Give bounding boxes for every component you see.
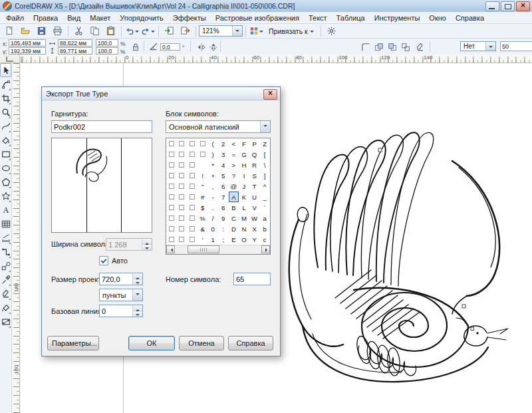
- close-icon[interactable]: [516, 1, 530, 11]
- menu-item-макет[interactable]: Макет: [85, 13, 115, 23]
- char-grid-scrollbar[interactable]: [166, 245, 270, 254]
- char-cell[interactable]: W: [249, 213, 260, 223]
- char-cell[interactable]: N: [239, 223, 249, 234]
- char-cell[interactable]: [166, 170, 177, 181]
- char-cell[interactable]: ;: [218, 234, 229, 245]
- char-cell[interactable]: [177, 181, 188, 192]
- char-cell[interactable]: 8: [218, 202, 229, 213]
- char-cell[interactable]: F: [239, 138, 249, 149]
- blend-tool[interactable]: [0, 259, 11, 273]
- to-back-button[interactable]: [386, 41, 398, 53]
- menu-item-вид[interactable]: Вид: [63, 13, 85, 23]
- char-cell[interactable]: S: [249, 170, 260, 181]
- outline-tool[interactable]: [0, 287, 11, 301]
- crop-tool[interactable]: [0, 91, 11, 105]
- paste-button[interactable]: [103, 24, 118, 38]
- baseline-spinner[interactable]: [99, 305, 143, 317]
- polygon-tool[interactable]: [0, 175, 11, 189]
- char-cell[interactable]: [166, 149, 177, 160]
- char-cell[interactable]: G: [239, 149, 249, 160]
- menu-item-файл[interactable]: Файл: [1, 13, 29, 23]
- undo-button[interactable]: [124, 24, 140, 38]
- new-document-button[interactable]: [2, 24, 17, 38]
- horizontal-ruler[interactable]: 020406080100120140: [20, 55, 532, 63]
- char-cell[interactable]: [: [259, 149, 270, 160]
- char-cell[interactable]: [166, 181, 177, 192]
- char-cell[interactable]: B: [229, 202, 239, 213]
- print-button[interactable]: [50, 24, 65, 38]
- char-cell[interactable]: C: [229, 213, 239, 223]
- char-cell[interactable]: Q: [249, 149, 260, 160]
- units-combo[interactable]: пункты: [99, 289, 143, 301]
- shape-tool[interactable]: [0, 77, 11, 91]
- char-cell[interactable]: [166, 202, 177, 213]
- char-cell[interactable]: [187, 234, 198, 245]
- options-button[interactable]: Параметры...: [47, 336, 99, 350]
- char-cell[interactable]: [187, 213, 198, 223]
- char-cell[interactable]: P: [249, 138, 260, 149]
- char-cell[interactable]: [177, 149, 188, 160]
- menu-item-упорядочить[interactable]: Упорядочить: [115, 13, 168, 23]
- char-cell[interactable]: O: [239, 234, 249, 245]
- char-cell[interactable]: [187, 149, 198, 160]
- minimize-icon[interactable]: [485, 1, 499, 11]
- x-position-field[interactable]: [9, 39, 46, 47]
- spin-down-icon[interactable]: [133, 279, 142, 285]
- outline-pen-button[interactable]: [414, 41, 426, 53]
- char-cell[interactable]: [177, 192, 188, 202]
- menu-item-окно[interactable]: Окно: [424, 13, 451, 23]
- char-cell[interactable]: [187, 181, 198, 192]
- rotation-angle-field[interactable]: [160, 43, 180, 51]
- menu-item-справка[interactable]: Справка: [451, 13, 489, 23]
- char-cell[interactable]: V: [249, 202, 260, 213]
- char-cell[interactable]: E: [229, 234, 239, 245]
- open-button[interactable]: [18, 24, 33, 38]
- node-marker[interactable]: [378, 148, 382, 152]
- char-cell[interactable]: $: [198, 202, 208, 213]
- char-cell[interactable]: X: [249, 223, 260, 234]
- cut-button[interactable]: [71, 24, 86, 38]
- char-cell[interactable]: #: [198, 192, 208, 202]
- char-cell[interactable]: (: [207, 138, 218, 149]
- char-cell[interactable]: 4: [218, 160, 229, 170]
- char-cell[interactable]: ^: [259, 181, 270, 192]
- scale-y-field[interactable]: [96, 47, 118, 55]
- symbol-block-combo[interactable]: Основной латинский: [166, 120, 271, 133]
- outline-width-combo[interactable]: Нет: [460, 41, 496, 51]
- application-launcher-button[interactable]: [249, 24, 264, 38]
- spin-down-icon[interactable]: [133, 311, 142, 317]
- scale-x-field[interactable]: [96, 39, 118, 47]
- char-cell[interactable]: >: [229, 160, 239, 170]
- snap-to-button[interactable]: Привязать к: [265, 25, 318, 38]
- char-cell[interactable]: [177, 138, 188, 149]
- chevron-down-icon[interactable]: [132, 289, 142, 301]
- options-button[interactable]: [324, 24, 339, 38]
- menu-item-инструменты[interactable]: Инструменты: [370, 13, 425, 23]
- char-cell[interactable]: \: [259, 160, 270, 170]
- char-cell[interactable]: [177, 213, 188, 223]
- char-cell[interactable]: .: [207, 202, 218, 213]
- scroll-right-icon[interactable]: [261, 245, 270, 253]
- char-cell[interactable]: 9: [218, 213, 229, 223]
- char-cell[interactable]: [166, 160, 177, 170]
- char-cell[interactable]: L: [239, 202, 249, 213]
- char-cell[interactable]: 5: [218, 170, 229, 181]
- char-cell[interactable]: ': [198, 234, 208, 245]
- char-cell[interactable]: `: [259, 202, 270, 213]
- char-cell[interactable]: [187, 138, 198, 149]
- mirror-horizontal-button[interactable]: [195, 41, 207, 53]
- connector-tool[interactable]: [0, 245, 11, 259]
- char-number-input[interactable]: [233, 273, 271, 285]
- char-cell[interactable]: &: [198, 223, 208, 234]
- char-cell[interactable]: T: [249, 181, 260, 192]
- project-size-input[interactable]: [100, 273, 132, 285]
- char-cell[interactable]: a: [259, 213, 270, 223]
- char-cell[interactable]: <: [229, 138, 239, 149]
- char-cell[interactable]: *: [207, 160, 218, 170]
- char-cell[interactable]: [187, 170, 198, 181]
- node-marker[interactable]: [462, 305, 466, 308]
- char-cell[interactable]: [198, 149, 208, 160]
- char-cell[interactable]: :: [218, 223, 229, 234]
- char-cell[interactable]: H: [239, 160, 249, 170]
- y-position-field[interactable]: [9, 47, 46, 55]
